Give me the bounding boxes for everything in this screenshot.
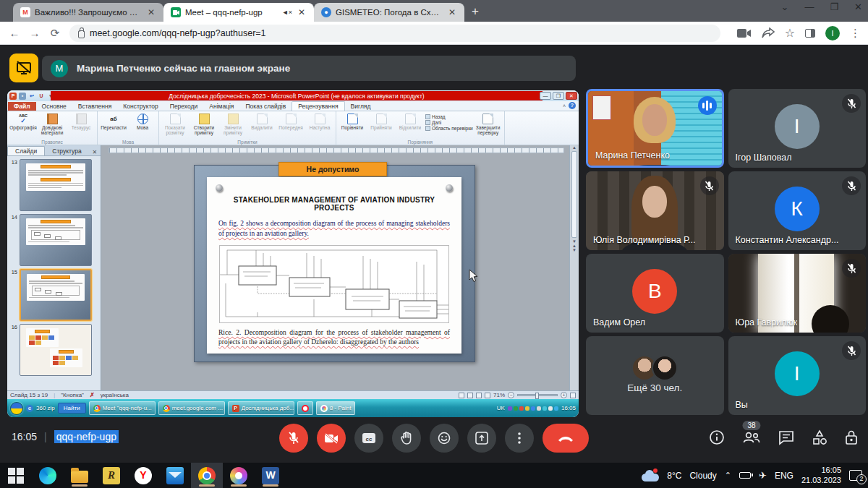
gismeteo-icon: ●	[321, 7, 331, 17]
reload-icon[interactable]: ⟳	[45, 27, 65, 40]
presentation-off-chip[interactable]	[9, 53, 38, 82]
chat-button[interactable]	[778, 430, 794, 448]
tab-audio-icon[interactable]: ◄×	[282, 9, 292, 16]
participant-count-badge: 38	[742, 421, 760, 430]
more-options-button[interactable]	[505, 424, 534, 453]
tab-gmail[interactable]: M Важливо!!! Запрошуємо на нау ✕	[13, 3, 163, 22]
shared-tray: UK 16:05	[497, 405, 576, 411]
ribbon-tab-review: Рецензування	[292, 101, 344, 111]
ribbon-group-comments: Показати розмітку Створити примітку Змін…	[159, 111, 336, 145]
slide-canvas: Не допустимо STAKEHOLDER MANAGEMENT OF A…	[194, 165, 475, 362]
input-language[interactable]: ENG	[775, 471, 793, 481]
ribbon-tab-file: Файл	[8, 102, 36, 111]
tab-close-icon[interactable]: ✕	[447, 7, 457, 17]
slide-thumbnail-row: 13	[7, 156, 101, 211]
tile-yura-gavryliuk[interactable]: Юра Гаврилюк	[728, 254, 867, 333]
tile-konstantin[interactable]: К Константин Александр...	[728, 171, 867, 250]
tile-marina-petchenko[interactable]: Марина Петченко	[586, 89, 724, 168]
tray-chevron-icon[interactable]: ⌃	[725, 471, 731, 480]
yandex-taskbar-icon[interactable]: Y	[127, 463, 159, 488]
mic-off-icon	[842, 259, 861, 278]
present-button[interactable]	[467, 424, 496, 453]
bookmark-star-icon[interactable]: ☆	[785, 26, 795, 40]
word-icon: W	[262, 467, 279, 484]
spelling-button: ABC✓ Орфографія	[9, 113, 37, 138]
edit-comment-button: Змінити примітку	[219, 113, 247, 138]
globe-icon	[137, 114, 148, 124]
camera-toggle-button[interactable]	[317, 424, 346, 453]
notes-taskbar-icon[interactable]: R	[95, 463, 127, 488]
tile-more-participants[interactable]: Ещё 30 чел.	[586, 336, 724, 415]
menu-kebab-icon[interactable]: ⋮	[850, 27, 861, 40]
airplane-mode-icon[interactable]: ✈	[759, 470, 767, 481]
camera-icon[interactable]	[737, 28, 752, 38]
mail-taskbar-icon[interactable]	[159, 463, 191, 488]
ribbon-group-proofing: ABC✓ Орфографія Довідкові матеріали Теза…	[7, 111, 98, 145]
chrome-mini-icon	[163, 405, 170, 412]
participant-name: Ігор Шаповал	[736, 153, 792, 163]
tile-igor-shapoval[interactable]: I Ігор Шаповал	[728, 89, 867, 168]
ribbon-group-compare: Порівняти Прийняти Відхилити Назад Далі …	[336, 111, 505, 145]
slide-thumbnail-row: 14	[7, 211, 101, 266]
participant-name: Вы	[736, 400, 748, 410]
new-tab-button[interactable]: +	[472, 4, 479, 19]
forward-icon[interactable]: →	[25, 27, 45, 39]
delete-comment-button: Видалити	[248, 113, 276, 138]
host-controls-button[interactable]	[845, 429, 858, 448]
battery-icon[interactable]	[739, 472, 751, 479]
paint-taskbar-icon[interactable]	[223, 463, 255, 488]
tab-close-icon[interactable]: ✕	[146, 7, 156, 17]
decomposition-diagram	[219, 245, 449, 323]
participant-name: Юлія Володимирівна Р...	[593, 235, 695, 245]
reactions-button[interactable]	[430, 424, 459, 453]
tray-clock[interactable]: 16:05 21.03.2023	[801, 466, 841, 486]
url-bar[interactable]: meet.google.com/qqq-nefp-ugp?authuser=1	[69, 25, 720, 42]
close-icon[interactable]: ✕	[854, 1, 862, 12]
tab-search-icon[interactable]: ⌄	[781, 1, 789, 12]
activities-button[interactable]	[812, 429, 827, 448]
weather-icon[interactable]	[640, 470, 659, 481]
shared-screen-tile[interactable]: P ▪ ↩ U ▾ Дослідницька доброчесність 202…	[7, 90, 579, 417]
sorter-view-icon	[467, 393, 473, 398]
spellcheck-icon: ABC✓	[18, 114, 29, 124]
side-panel-icon[interactable]	[805, 29, 815, 38]
paint-icon	[230, 467, 247, 484]
ppt-ribbon-tabs: Файл Основне Вставлення Конструктор Пере…	[7, 101, 579, 111]
notification-center-icon[interactable]: 2	[849, 470, 862, 481]
tab-close-icon[interactable]: ✕	[297, 7, 307, 17]
weather-temp[interactable]: 8°C	[667, 471, 681, 481]
weather-condition[interactable]: Cloudy	[689, 471, 716, 481]
tile-vadym-orel[interactable]: В Вадим Орел	[586, 254, 724, 333]
ribbon-group-language: aб Перекласти Мова Мова	[98, 111, 159, 145]
windows-taskbar: R Y W 8°C Cloudy ⌃ ✈ ENG 16:05 21.03.202…	[0, 463, 868, 488]
window-controls: ⌄ — ❐ ✕	[781, 1, 862, 12]
profile-avatar[interactable]: I	[825, 26, 840, 40]
reject-icon	[405, 114, 416, 124]
minimize-icon[interactable]: —	[804, 1, 814, 12]
restore-icon[interactable]: ❐	[830, 1, 838, 12]
ribbon-corner: ˄ ?	[563, 102, 576, 109]
chrome-taskbar-icon[interactable]	[191, 463, 223, 488]
vertical-scrollbar: ▲▼▲▼	[569, 145, 579, 390]
captions-button[interactable]: cc	[354, 424, 383, 453]
tile-yulia[interactable]: Юлія Володимирівна Р...	[586, 171, 724, 250]
word-taskbar-icon[interactable]: W	[255, 463, 286, 488]
people-button[interactable]: 38	[742, 430, 761, 448]
opera-mini-icon	[302, 405, 309, 412]
mic-toggle-button[interactable]	[279, 424, 308, 453]
meeting-details-button[interactable]	[709, 429, 725, 448]
back-icon[interactable]: ←	[4, 27, 25, 39]
share-icon[interactable]	[762, 27, 775, 38]
leave-call-button[interactable]	[542, 424, 589, 453]
tab-gismeteo[interactable]: ● GISMETEO: Погода в Сходнице ✕	[314, 3, 464, 22]
theme-name: "Кнопка"	[61, 392, 84, 398]
translate-icon: aб	[109, 114, 119, 124]
tab-meet[interactable]: Meet – qqq-nefp-ugp ◄× ✕	[163, 3, 314, 22]
tile-you[interactable]: I Вы	[728, 336, 867, 415]
scrollbar-thumb	[571, 151, 577, 238]
start-button[interactable]	[0, 463, 32, 488]
task-paint: 8 - Paint	[316, 401, 356, 415]
explorer-taskbar-icon[interactable]	[64, 463, 95, 488]
raise-hand-button[interactable]	[392, 424, 421, 453]
edge-taskbar-icon[interactable]	[32, 463, 64, 488]
